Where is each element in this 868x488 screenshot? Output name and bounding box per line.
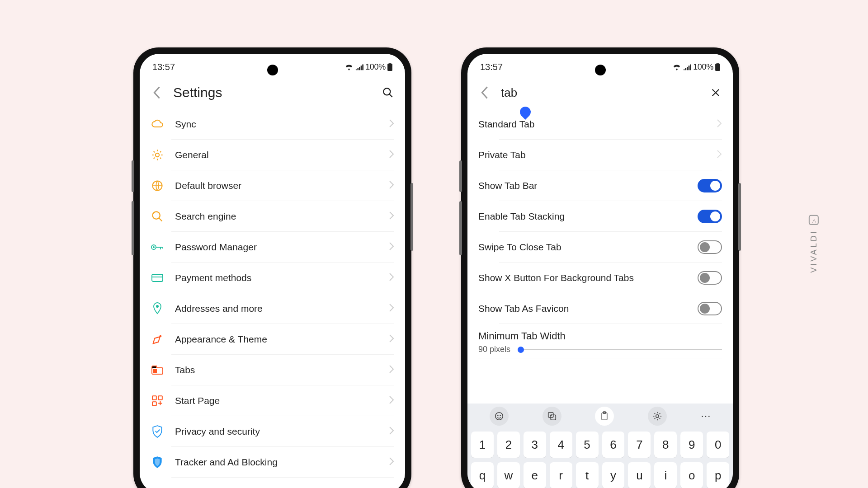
result-row-standard-tab[interactable]: Standard Tab xyxy=(499,109,722,140)
key-5[interactable]: 5 xyxy=(576,432,599,458)
page-title: Settings xyxy=(173,85,372,100)
settings-item-label: Search engine xyxy=(175,211,378,222)
key-1[interactable]: 1 xyxy=(471,432,494,458)
slider-track[interactable] xyxy=(518,349,722,350)
toggle-switch[interactable] xyxy=(698,271,722,285)
key-i[interactable]: i xyxy=(654,462,677,488)
settings-search-input[interactable] xyxy=(501,86,699,100)
svg-point-9 xyxy=(156,305,159,308)
key-u[interactable]: u xyxy=(628,462,651,488)
svg-rect-16 xyxy=(717,63,719,64)
settings-item-default-browser[interactable]: Default browser xyxy=(171,170,394,201)
result-row-show-tab-as-favicon[interactable]: Show Tab As Favicon xyxy=(499,293,722,324)
chevron-right-icon xyxy=(389,457,394,468)
signal-icon xyxy=(355,63,363,70)
svg-point-7 xyxy=(153,246,155,248)
settings-item-tabs[interactable]: Tabs xyxy=(171,355,394,385)
emoji-button[interactable] xyxy=(490,407,509,426)
key-2[interactable]: 2 xyxy=(497,432,520,458)
status-time: 13:57 xyxy=(480,62,503,72)
key-o[interactable]: o xyxy=(680,462,703,488)
back-button[interactable] xyxy=(476,84,493,101)
settings-item-password-manager[interactable]: Password Manager xyxy=(171,232,394,263)
volume-up-button xyxy=(459,160,462,192)
result-row-swipe-to-close-tab[interactable]: Swipe To Close Tab xyxy=(499,232,722,263)
search-results-list: Standard TabPrivate TabShow Tab BarEnabl… xyxy=(467,109,733,404)
camera-cutout xyxy=(267,65,278,75)
slider-thumb[interactable] xyxy=(518,347,524,353)
key-0[interactable]: 0 xyxy=(707,432,729,458)
settings-item-privacy-and-security[interactable]: Privacy and security xyxy=(171,416,394,447)
svg-rect-15 xyxy=(152,402,156,406)
result-label: Standard Tab xyxy=(478,119,706,130)
key-3[interactable]: 3 xyxy=(524,432,546,458)
svg-point-18 xyxy=(495,413,503,420)
settings-item-general[interactable]: General xyxy=(171,140,394,170)
settings-item-search-engine[interactable]: Search engine xyxy=(171,201,394,232)
phone-settings: 13:57 100% Setti xyxy=(133,47,411,488)
chevron-right-icon xyxy=(389,334,394,345)
on-screen-keyboard: A ⋯ 1234567890 qwertyuiop xyxy=(467,404,733,488)
chevron-right-icon xyxy=(389,119,394,130)
key-e[interactable]: e xyxy=(524,462,546,488)
result-row-private-tab[interactable]: Private Tab xyxy=(499,140,722,170)
svg-rect-0 xyxy=(389,63,391,64)
settings-item-label: Start Page xyxy=(175,395,378,406)
min-tab-width-row[interactable]: Minimum Tab Width90 pixels xyxy=(478,324,722,358)
key-9[interactable]: 9 xyxy=(680,432,703,458)
result-label: Show X Button For Background Tabs xyxy=(478,272,687,283)
key-8[interactable]: 8 xyxy=(654,432,677,458)
volume-down-button xyxy=(132,201,134,255)
cloud-icon xyxy=(151,117,164,131)
phone-search: 13:57 100% xyxy=(461,47,739,488)
battery-icon xyxy=(715,63,720,71)
key-w[interactable]: w xyxy=(497,462,520,488)
key-p[interactable]: p xyxy=(707,462,729,488)
settings-item-addresses-and-more[interactable]: Addresses and more xyxy=(171,293,394,324)
settings-item-start-page[interactable]: Start Page xyxy=(171,385,394,416)
translate-button[interactable]: A xyxy=(542,407,561,426)
svg-rect-1 xyxy=(387,64,392,71)
keyboard-settings-button[interactable] xyxy=(648,407,667,426)
settings-item-payment-methods[interactable]: Payment methods xyxy=(171,263,394,293)
chevron-right-icon xyxy=(389,180,394,191)
pin-icon xyxy=(151,302,164,315)
result-row-show-tab-bar[interactable]: Show Tab Bar xyxy=(499,170,722,201)
settings-item-label: Privacy and security xyxy=(175,426,378,437)
settings-item-appearance-theme[interactable]: Appearance & Theme xyxy=(171,324,394,355)
key-r[interactable]: r xyxy=(550,462,572,488)
settings-list: SyncGeneralDefault browserSearch engineP… xyxy=(140,109,405,488)
settings-item-label: Appearance & Theme xyxy=(175,334,378,345)
settings-item-label: Payment methods xyxy=(175,272,378,283)
svg-rect-8 xyxy=(152,274,163,282)
key-q[interactable]: q xyxy=(471,462,494,488)
toggle-switch[interactable] xyxy=(698,240,722,254)
chevron-right-icon xyxy=(389,303,394,314)
result-label: Swipe To Close Tab xyxy=(478,242,687,253)
key-7[interactable]: 7 xyxy=(628,432,651,458)
clipboard-button[interactable] xyxy=(595,407,614,426)
status-battery: 100% xyxy=(693,62,713,72)
clear-search-button[interactable] xyxy=(708,84,724,101)
result-row-enable-tab-stacking[interactable]: Enable Tab Stacking xyxy=(499,201,722,232)
power-button xyxy=(410,183,413,251)
result-row-show-x-button-for-background-tabs[interactable]: Show X Button For Background Tabs xyxy=(499,263,722,293)
chevron-right-icon xyxy=(717,150,722,160)
card-icon xyxy=(151,271,164,285)
key-y[interactable]: y xyxy=(602,462,625,488)
key-t[interactable]: t xyxy=(576,462,599,488)
settings-item-sync[interactable]: Sync xyxy=(171,109,394,140)
back-button[interactable] xyxy=(149,84,165,101)
keyboard-more-button[interactable]: ⋯ xyxy=(701,410,711,422)
settings-item-tracker-and-ad-blocking[interactable]: Tracker and Ad Blocking xyxy=(171,447,394,478)
shield-check-icon xyxy=(151,425,164,438)
search-header xyxy=(467,76,733,109)
shield-filled-icon xyxy=(151,455,164,469)
toggle-switch[interactable] xyxy=(698,302,722,315)
search-button[interactable] xyxy=(380,84,396,101)
key-6[interactable]: 6 xyxy=(602,432,625,458)
chevron-right-icon xyxy=(389,242,394,253)
toggle-switch[interactable] xyxy=(698,179,722,192)
key-4[interactable]: 4 xyxy=(550,432,572,458)
toggle-switch[interactable] xyxy=(698,210,722,223)
